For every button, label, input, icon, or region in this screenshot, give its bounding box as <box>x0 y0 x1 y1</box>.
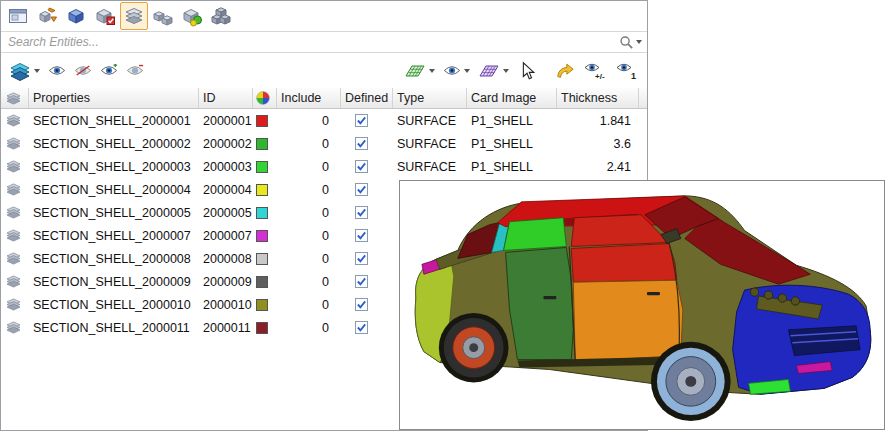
search-options-caret[interactable] <box>636 40 642 44</box>
color-swatch[interactable] <box>256 299 268 311</box>
show-all-button[interactable] <box>97 56 121 86</box>
show-button[interactable] <box>45 56 69 86</box>
row-defined-cell <box>341 275 393 288</box>
solver-deck-icon <box>65 5 87 27</box>
property-icon <box>5 321 22 334</box>
col-defined[interactable]: Defined <box>341 88 393 108</box>
row-part-icon <box>1 114 29 127</box>
mesh-style-caret[interactable] <box>429 69 435 73</box>
svg-text:+/-: +/- <box>595 72 605 80</box>
table-row[interactable]: SECTION_SHELL_2000003 2000003 0 SURFACE … <box>1 155 647 178</box>
property-icon <box>5 114 22 127</box>
defined-checkbox[interactable] <box>355 137 368 150</box>
graphics-viewport[interactable] <box>399 180 885 430</box>
defined-checkbox[interactable] <box>355 114 368 127</box>
row-defined-cell <box>341 229 393 242</box>
assemblies-icon <box>210 5 232 27</box>
browser-toolbar <box>1 1 647 31</box>
entity-layers-icon <box>9 60 31 82</box>
col-id[interactable]: ID <box>199 88 253 108</box>
col-card-image[interactable]: Card Image <box>467 88 557 108</box>
parts-button[interactable] <box>149 2 177 30</box>
row-include: 0 <box>277 252 341 266</box>
defined-checkbox[interactable] <box>355 298 368 311</box>
color-swatch[interactable] <box>256 207 268 219</box>
defined-checkbox[interactable] <box>355 160 368 173</box>
row-color-cell[interactable] <box>253 184 277 196</box>
row-color-cell[interactable] <box>253 230 277 242</box>
check-icon <box>356 299 367 310</box>
row-part-icon <box>1 321 29 334</box>
display-mode-caret[interactable] <box>464 69 470 73</box>
col-color[interactable] <box>253 88 277 108</box>
entity-layers-caret[interactable] <box>34 69 40 73</box>
row-card-image: P1_SHELL <box>467 114 557 128</box>
defined-checkbox[interactable] <box>355 321 368 334</box>
col-type[interactable]: Type <box>393 88 467 108</box>
col-entity-icon[interactable] <box>1 88 29 108</box>
assemblies-button[interactable] <box>207 2 235 30</box>
show-hide-toggle-icon: +/- <box>583 61 607 80</box>
quick-window-button[interactable] <box>552 56 578 86</box>
row-property-name: SECTION_SHELL_2000003 <box>29 160 199 174</box>
color-swatch[interactable] <box>256 184 268 196</box>
table-row[interactable]: SECTION_SHELL_2000001 2000001 0 SURFACE … <box>1 109 647 132</box>
hide-all-button[interactable] <box>123 56 147 86</box>
row-include: 0 <box>277 321 341 335</box>
mesh-style-button[interactable] <box>401 56 438 86</box>
row-include: 0 <box>277 183 341 197</box>
defined-checkbox[interactable] <box>355 183 368 196</box>
col-include[interactable]: Include <box>277 88 341 108</box>
defined-checkbox[interactable] <box>355 252 368 265</box>
color-swatch[interactable] <box>256 276 268 288</box>
solver-deck-button[interactable] <box>62 2 90 30</box>
defined-checkbox[interactable] <box>355 275 368 288</box>
row-property-name: SECTION_SHELL_2000011 <box>29 321 199 335</box>
color-swatch[interactable] <box>256 161 268 173</box>
table-row[interactable]: SECTION_SHELL_2000002 2000002 0 SURFACE … <box>1 132 647 155</box>
select-cursor-button[interactable] <box>514 56 540 86</box>
color-wheel-icon <box>256 91 270 105</box>
row-color-cell[interactable] <box>253 115 277 127</box>
color-swatch[interactable] <box>256 253 268 265</box>
search-input[interactable] <box>6 34 619 50</box>
row-color-cell[interactable] <box>253 207 277 219</box>
search-icon[interactable] <box>619 35 634 50</box>
display-mode-button[interactable] <box>440 56 473 86</box>
row-include: 0 <box>277 298 341 312</box>
row-part-icon <box>1 206 29 219</box>
row-color-cell[interactable] <box>253 276 277 288</box>
color-swatch[interactable] <box>256 322 268 334</box>
model-browser-button[interactable] <box>120 2 148 30</box>
check-icon <box>356 230 367 241</box>
row-color-cell[interactable] <box>253 299 277 311</box>
col-thickness[interactable]: Thickness <box>557 88 639 108</box>
defined-checkbox[interactable] <box>355 206 368 219</box>
select-cursor-icon <box>517 61 537 81</box>
quick-window-icon <box>555 61 575 81</box>
row-property-name: SECTION_SHELL_2000008 <box>29 252 199 266</box>
isolate-one-button[interactable]: 1 <box>612 56 642 86</box>
components-button[interactable] <box>178 2 206 30</box>
organize-button[interactable] <box>33 2 61 30</box>
shaded-style-caret[interactable] <box>503 69 509 73</box>
color-swatch[interactable] <box>256 230 268 242</box>
session-window-button[interactable] <box>4 2 32 30</box>
hide-button[interactable] <box>71 56 95 86</box>
defined-checkbox[interactable] <box>355 229 368 242</box>
shaded-style-button[interactable] <box>475 56 512 86</box>
row-id: 2000011 <box>199 321 253 335</box>
row-color-cell[interactable] <box>253 322 277 334</box>
entity-layers-button[interactable] <box>6 56 43 86</box>
row-property-name: SECTION_SHELL_2000007 <box>29 229 199 243</box>
row-color-cell[interactable] <box>253 161 277 173</box>
row-part-icon <box>1 160 29 173</box>
row-color-cell[interactable] <box>253 253 277 265</box>
col-properties[interactable]: Properties <box>29 88 199 108</box>
color-swatch[interactable] <box>256 138 268 150</box>
show-hide-toggle-button[interactable]: +/- <box>580 56 610 86</box>
row-part-icon <box>1 137 29 150</box>
entity-check-button[interactable] <box>91 2 119 30</box>
color-swatch[interactable] <box>256 115 268 127</box>
row-color-cell[interactable] <box>253 138 277 150</box>
